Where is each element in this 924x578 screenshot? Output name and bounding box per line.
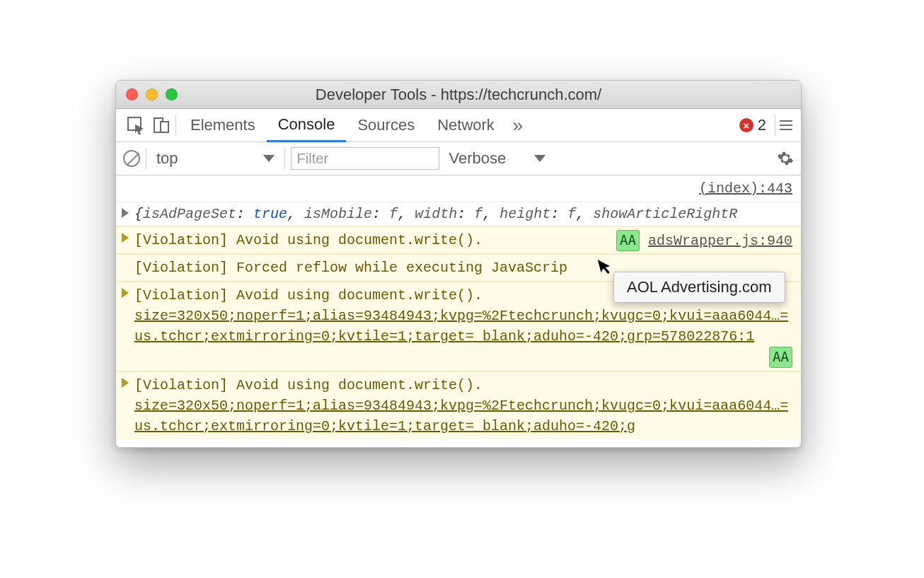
- violation-message: [Violation] Forced reflow while executin…: [134, 260, 567, 276]
- error-count: 2: [758, 116, 766, 134]
- source-link[interactable]: adsWrapper.js:940: [648, 233, 792, 249]
- zoom-window-button[interactable]: [166, 88, 178, 100]
- chevron-down-icon: [534, 155, 545, 162]
- tab-elements[interactable]: Elements: [179, 109, 267, 141]
- titlebar: Developer Tools - https://techcrunch.com…: [116, 81, 801, 109]
- inspect-element-icon[interactable]: [123, 112, 149, 138]
- console-toolbar: top Verbose: [116, 142, 801, 175]
- window-title: Developer Tools - https://techcrunch.com…: [116, 86, 801, 104]
- clear-console-icon[interactable]: [123, 150, 140, 167]
- violation-message: [Violation] Avoid using document.write()…: [134, 377, 483, 393]
- context-label: top: [156, 149, 178, 168]
- third-party-badge[interactable]: AA: [769, 347, 792, 368]
- expand-toggle-icon[interactable]: [122, 378, 129, 388]
- tooltip-text: AOL Advertising.com: [627, 278, 772, 296]
- console-row-source: (index):443: [116, 175, 801, 202]
- separator: [146, 148, 146, 169]
- svg-rect-2: [161, 122, 168, 132]
- console-row-violation: [Violation] Avoid using document.write()…: [116, 371, 801, 439]
- third-party-badge[interactable]: AA: [616, 230, 640, 251]
- error-counter[interactable]: × 2: [739, 116, 770, 134]
- devtools-menu-icon[interactable]: [780, 120, 792, 130]
- console-output[interactable]: (index):443 {isAdPageSet: true, isMobile…: [116, 175, 801, 447]
- devtools-window: Developer Tools - https://techcrunch.com…: [115, 80, 802, 448]
- overflow-tabs-button[interactable]: »: [506, 115, 530, 137]
- separator: [775, 115, 775, 136]
- device-toolbar-icon[interactable]: [149, 112, 174, 138]
- error-icon: ×: [739, 118, 753, 132]
- separator: [175, 115, 176, 136]
- expand-toggle-icon[interactable]: [122, 288, 129, 298]
- expand-toggle-icon[interactable]: [122, 233, 129, 243]
- tab-sources[interactable]: Sources: [346, 109, 426, 141]
- window-controls: [116, 88, 178, 100]
- expand-toggle-icon[interactable]: [122, 208, 129, 218]
- console-settings-icon[interactable]: [777, 150, 794, 167]
- minimize-window-button[interactable]: [146, 88, 158, 100]
- filter-input[interactable]: [291, 147, 439, 170]
- level-label: Verbose: [449, 149, 507, 168]
- tab-console[interactable]: Console: [267, 110, 347, 142]
- source-link[interactable]: (index):443: [134, 178, 792, 199]
- badge-tooltip: AOL Advertising.com: [613, 272, 785, 303]
- tab-network[interactable]: Network: [426, 109, 506, 141]
- panel-tabbar: Elements Console Sources Network » × 2: [116, 109, 801, 142]
- log-level-selector[interactable]: Verbose: [445, 149, 550, 168]
- logged-object[interactable]: {isAdPageSet: true, isMobile: f, width: …: [134, 206, 737, 222]
- chevron-down-icon: [263, 155, 275, 162]
- request-url[interactable]: size=320x50;noperf=1;alias=93484943;kvpg…: [134, 398, 788, 434]
- console-row-object: {isAdPageSet: true, isMobile: f, width: …: [116, 202, 801, 226]
- request-url[interactable]: size=320x50;noperf=1;alias=93484943;kvpg…: [134, 308, 788, 345]
- console-row-violation: AA adsWrapper.js:940 [Violation] Avoid u…: [116, 226, 801, 254]
- separator: [284, 148, 285, 169]
- close-window-button[interactable]: [126, 88, 138, 100]
- violation-message: [Violation] Avoid using document.write()…: [134, 287, 483, 304]
- violation-message: [Violation] Avoid using document.write()…: [134, 232, 483, 248]
- execution-context-selector[interactable]: top: [152, 149, 279, 168]
